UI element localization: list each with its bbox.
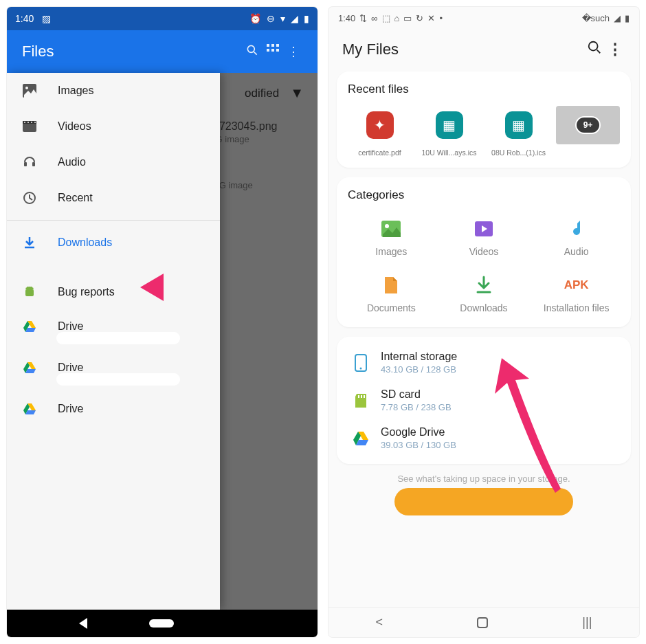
drawer-item-label: Drive bbox=[58, 320, 83, 333]
storage-name: Google Drive bbox=[381, 426, 456, 438]
svg-point-23 bbox=[589, 42, 598, 51]
phone-left-files-app: 1:40 ▨ ⏰ ⊖ ▾ ◢ ▮ Files ⋮ odified ▼ d7230… bbox=[7, 7, 318, 637]
storage-gdrive[interactable]: Google Drive 39.03 GB / 130 GB bbox=[348, 419, 620, 457]
nav-back-icon[interactable] bbox=[79, 618, 87, 629]
status-icon: ✕ bbox=[427, 13, 435, 23]
storage-internal[interactable]: Internal storage 43.10 GB / 128 GB bbox=[348, 344, 620, 381]
storage-name: Internal storage bbox=[381, 351, 457, 363]
category-images[interactable]: Images bbox=[348, 217, 435, 257]
battery-icon: ▮ bbox=[625, 13, 630, 23]
status-bar: 1:40 ▨ ⏰ ⊖ ▾ ◢ ▮ bbox=[7, 7, 318, 30]
drawer-item-drive[interactable]: Drive bbox=[7, 392, 220, 425]
svg-point-9 bbox=[25, 87, 28, 89]
svg-rect-20 bbox=[25, 289, 34, 296]
category-label: Installation files bbox=[533, 302, 620, 313]
video-icon bbox=[441, 217, 528, 241]
drawer-item-label: Images bbox=[58, 85, 93, 97]
svg-rect-32 bbox=[361, 395, 362, 398]
dnd-icon: ⊖ bbox=[267, 13, 275, 24]
download-icon bbox=[22, 236, 37, 249]
phone-right-myfiles: 1:40 ⇅ ∞ ⬚ ⌂ ▭ ↻ ✕ • �such ◢ ▮ My Files … bbox=[328, 7, 639, 637]
recent-icon bbox=[22, 191, 37, 205]
status-icon: ∞ bbox=[371, 13, 377, 23]
svg-point-26 bbox=[385, 224, 389, 228]
recent-file-label: 08U Rob...(1).ics bbox=[487, 148, 550, 157]
drawer-item-label: Drive bbox=[58, 362, 83, 374]
phone-icon bbox=[352, 354, 370, 372]
category-videos[interactable]: Videos bbox=[441, 217, 528, 257]
recent-files-header: Recent files bbox=[348, 82, 620, 96]
calendar-icon: ▦ bbox=[505, 111, 533, 139]
svg-point-13 bbox=[27, 122, 29, 123]
more-icon[interactable]: ⋮ bbox=[605, 41, 625, 58]
audio-icon bbox=[533, 217, 620, 241]
category-label: Videos bbox=[441, 246, 528, 257]
recent-file-item[interactable]: ✦ certificate.pdf bbox=[348, 106, 412, 157]
storage-size: 39.03 GB / 130 GB bbox=[381, 440, 456, 450]
nav-home-icon[interactable] bbox=[477, 617, 488, 628]
categories-card: Categories Images Videos Audio Documents… bbox=[337, 177, 631, 327]
status-icon: ⬚ bbox=[382, 13, 390, 23]
svg-rect-3 bbox=[271, 44, 274, 47]
search-icon[interactable] bbox=[242, 43, 263, 60]
category-audio[interactable]: Audio bbox=[533, 217, 620, 257]
status-time: 1:40 bbox=[15, 13, 34, 24]
drawer-item-audio[interactable]: Audio bbox=[7, 144, 220, 180]
google-drive-icon bbox=[352, 430, 370, 447]
video-icon bbox=[22, 121, 37, 132]
document-icon bbox=[348, 274, 435, 297]
svg-rect-6 bbox=[271, 49, 274, 52]
app-bar: Files ⋮ bbox=[7, 30, 318, 73]
svg-line-24 bbox=[597, 50, 601, 54]
recent-file-item[interactable]: ▦ 08U Rob...(1).ics bbox=[487, 106, 550, 157]
nav-recent-icon[interactable]: ||| bbox=[582, 615, 592, 630]
more-badge: 9+ bbox=[575, 116, 601, 134]
category-installation[interactable]: APK Installation files bbox=[533, 274, 620, 313]
drawer-item-recent[interactable]: Recent bbox=[7, 180, 220, 216]
notif-icon: ▨ bbox=[42, 13, 51, 24]
drawer-item-downloads[interactable]: Downloads bbox=[7, 225, 220, 260]
recent-file-item[interactable]: ▦ 10U Will...ays.ics bbox=[417, 106, 481, 157]
drawer-item-label: Bug reports bbox=[58, 286, 115, 298]
category-documents[interactable]: Documents bbox=[348, 274, 435, 313]
signal-icon: ◢ bbox=[291, 13, 298, 24]
svg-rect-33 bbox=[364, 395, 365, 398]
drawer-item-label: Drive bbox=[58, 403, 83, 415]
drawer-item-label: Downloads bbox=[58, 236, 112, 249]
download-icon bbox=[441, 274, 528, 297]
drawer-item-label: Recent bbox=[58, 192, 93, 204]
drawer-item-images[interactable]: Images bbox=[7, 73, 220, 109]
android-icon bbox=[22, 285, 37, 299]
status-bar: 1:40 ⇅ ∞ ⬚ ⌂ ▭ ↻ ✕ • �such ◢ ▮ bbox=[328, 7, 639, 29]
nav-back-icon[interactable]: < bbox=[376, 615, 383, 630]
grid-view-icon[interactable] bbox=[263, 44, 283, 60]
audio-icon bbox=[22, 155, 37, 169]
page-title: My Files bbox=[342, 41, 584, 58]
google-drive-icon bbox=[22, 321, 37, 332]
drawer-item-drive[interactable]: Drive bbox=[7, 310, 220, 343]
svg-point-15 bbox=[34, 122, 36, 123]
svg-point-14 bbox=[31, 122, 32, 123]
drawer-item-label: Videos bbox=[58, 120, 91, 133]
status-time: 1:40 bbox=[338, 13, 355, 23]
wifi-icon: ▾ bbox=[280, 13, 285, 24]
category-downloads[interactable]: Downloads bbox=[441, 274, 528, 313]
drawer-item-drive[interactable]: Drive bbox=[7, 351, 220, 384]
nav-home-icon[interactable] bbox=[149, 619, 174, 628]
drawer-item-videos[interactable]: Videos bbox=[7, 109, 220, 144]
svg-point-0 bbox=[247, 45, 254, 52]
svg-rect-17 bbox=[32, 162, 35, 166]
calendar-icon: ▦ bbox=[436, 111, 463, 139]
svg-rect-4 bbox=[276, 44, 279, 47]
google-drive-icon bbox=[22, 403, 37, 414]
storage-sdcard[interactable]: SD card 7.78 GB / 238 GB bbox=[348, 381, 620, 419]
search-icon[interactable] bbox=[584, 40, 605, 59]
image-icon bbox=[22, 84, 37, 98]
categories-header: Categories bbox=[348, 188, 620, 202]
recent-more-button[interactable]: 9+ bbox=[556, 106, 620, 157]
status-icon: • bbox=[439, 13, 443, 23]
svg-rect-7 bbox=[276, 49, 279, 52]
more-icon[interactable]: ⋮ bbox=[283, 44, 304, 59]
annotation-arrow-downloads bbox=[487, 348, 569, 500]
drawer-item-label: Audio bbox=[58, 156, 86, 168]
